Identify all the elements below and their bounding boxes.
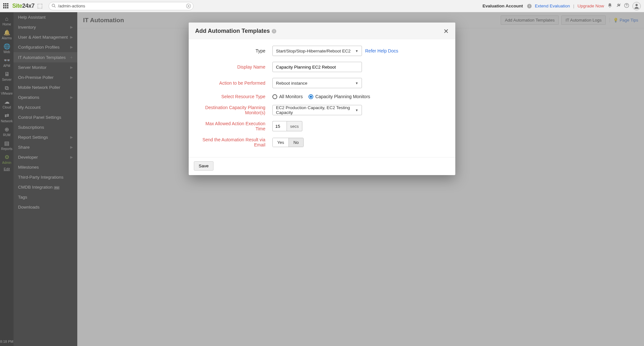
svg-point-3 bbox=[626, 6, 627, 6]
user-avatar[interactable] bbox=[632, 2, 641, 10]
label-destination: Destination Capacity Planning Monitor(s) bbox=[195, 105, 272, 115]
display-name-input[interactable] bbox=[272, 62, 362, 72]
chevron-down-icon: ▼ bbox=[355, 108, 358, 112]
label-max-time: Max Allowed Action Execution Time bbox=[195, 121, 272, 131]
fullscreen-icon[interactable] bbox=[38, 4, 42, 8]
chevron-down-icon: ▼ bbox=[355, 81, 358, 85]
top-bar: Site24x7 ⓧ Evaluation Accounti Extend Ev… bbox=[0, 0, 644, 12]
svg-point-0 bbox=[52, 4, 55, 6]
type-select[interactable]: Start/Stop/Stop-Hibernate/Reboot EC2▼ bbox=[272, 46, 362, 56]
top-right: Evaluation Accounti Extend Evaluation | … bbox=[483, 2, 641, 10]
email-yes-option[interactable]: Yes bbox=[273, 138, 289, 147]
type-value: Start/Stop/Stop-Hibernate/Reboot EC2 bbox=[276, 49, 351, 53]
search-input[interactable] bbox=[49, 2, 194, 10]
modal-footer: Save bbox=[189, 157, 455, 175]
container: ⌂Home 🔔Alarms 🌐Web 👓APM 🖥Server ⧉VMware … bbox=[0, 12, 644, 346]
modal-info-icon[interactable]: i bbox=[272, 29, 276, 33]
evaluation-label: Evaluation Account bbox=[483, 4, 523, 8]
destination-select[interactable]: EC2 Production Capacity, EC2 Testing Cap… bbox=[272, 105, 362, 115]
close-icon[interactable]: ✕ bbox=[443, 28, 449, 34]
clear-search-icon[interactable]: ⓧ bbox=[186, 3, 191, 9]
logo[interactable]: Site24x7 bbox=[12, 3, 34, 9]
help-docs-link[interactable]: Refer Help Docs bbox=[365, 48, 398, 53]
upgrade-link[interactable]: Upgrade Now bbox=[577, 4, 604, 8]
settings-icon[interactable] bbox=[616, 3, 621, 9]
modal-title: Add Automation Templates bbox=[195, 28, 270, 34]
svg-point-4 bbox=[636, 4, 638, 6]
label-email-result: Send the Automation Result via Email bbox=[195, 137, 272, 147]
action-select[interactable]: Reboot instance▼ bbox=[272, 78, 362, 88]
modal-header: Add Automation Templates i ✕ bbox=[189, 23, 455, 39]
destination-value: EC2 Production Capacity, EC2 Testing Cap… bbox=[276, 105, 355, 115]
logo-dark: 24x7 bbox=[22, 3, 34, 9]
notification-icon[interactable] bbox=[607, 3, 612, 9]
add-automation-modal: Add Automation Templates i ✕ Type Start/… bbox=[189, 23, 455, 175]
radio-capacity-monitors[interactable]: Capacity Planning Monitors bbox=[308, 94, 370, 99]
resource-type-group: All Monitors Capacity Planning Monitors bbox=[272, 94, 370, 99]
chevron-down-icon: ▼ bbox=[355, 49, 358, 53]
email-no-option[interactable]: No bbox=[289, 138, 303, 147]
email-result-toggle: Yes No bbox=[272, 138, 304, 147]
extend-link[interactable]: Extend Evaluation bbox=[535, 4, 570, 8]
separator: | bbox=[573, 4, 574, 8]
info-icon[interactable]: i bbox=[527, 4, 532, 8]
action-value: Reboot instance bbox=[276, 81, 308, 86]
search-wrap: ⓧ bbox=[49, 2, 194, 10]
label-action: Action to be Performed bbox=[195, 80, 272, 86]
label-resource-type: Select Resource Type bbox=[195, 94, 272, 99]
search-icon bbox=[52, 4, 56, 9]
help-icon[interactable] bbox=[624, 3, 629, 9]
radio-all-monitors[interactable]: All Monitors bbox=[272, 94, 303, 99]
max-time-group: secs bbox=[272, 121, 302, 131]
save-button[interactable]: Save bbox=[194, 161, 213, 171]
max-time-unit: secs bbox=[287, 121, 302, 131]
logo-green: Site bbox=[12, 3, 22, 9]
max-time-input[interactable] bbox=[272, 121, 287, 131]
label-display-name: Display Name bbox=[195, 64, 272, 70]
modal-body: Type Start/Stop/Stop-Hibernate/Reboot EC… bbox=[189, 39, 455, 157]
apps-grid-icon[interactable] bbox=[3, 3, 9, 9]
label-type: Type bbox=[195, 48, 272, 53]
svg-line-1 bbox=[54, 6, 55, 7]
